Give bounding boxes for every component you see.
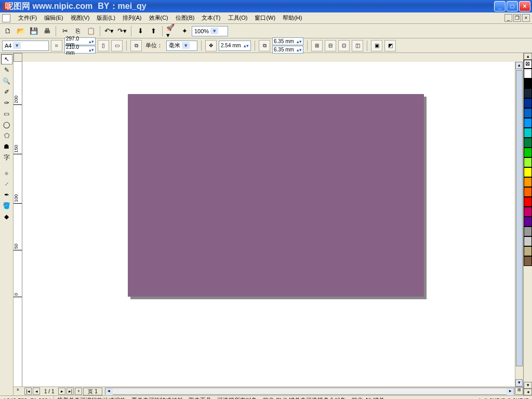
page-height-input[interactable]: 210.0 mm▴▾: [64, 46, 96, 54]
menu-效果[interactable]: 效果(C): [145, 13, 172, 23]
color-swatch[interactable]: [524, 78, 532, 88]
text-tool[interactable]: 字: [1, 152, 12, 163]
no-color-swatch[interactable]: ⊠: [524, 60, 532, 69]
color-swatch[interactable]: [524, 177, 532, 187]
menu-排列[interactable]: 排列(A): [119, 13, 145, 23]
color-swatch[interactable]: [524, 197, 532, 207]
color-swatch[interactable]: [524, 167, 532, 177]
menu-版面[interactable]: 版面(L): [93, 13, 118, 23]
print-button[interactable]: 🖶: [41, 25, 52, 37]
menu-窗口[interactable]: 窗口(W): [251, 13, 279, 23]
vertical-ruler[interactable]: 200150100500: [14, 62, 22, 387]
scroll-up-arrow[interactable]: ▴: [515, 62, 523, 69]
outline-tool[interactable]: ✒: [1, 190, 12, 200]
open-button[interactable]: 📂: [15, 25, 26, 37]
close-button[interactable]: ×: [519, 1, 530, 11]
import-button[interactable]: ⬇: [135, 25, 146, 37]
color-swatch[interactable]: [524, 236, 532, 246]
paper-combo[interactable]: A4▾: [2, 41, 49, 51]
color-swatch[interactable]: [524, 118, 532, 128]
color-swatch[interactable]: [524, 128, 532, 138]
vertical-scrollbar[interactable]: ▴ ▾: [515, 62, 523, 387]
menu-文件[interactable]: 文件(F): [15, 13, 41, 23]
palette-down-arrow[interactable]: ▾: [524, 382, 532, 389]
menu-帮助[interactable]: 帮助(H): [279, 13, 305, 23]
color-swatch[interactable]: [524, 138, 532, 148]
menu-编辑[interactable]: 编辑(E): [41, 13, 67, 23]
dup-y-input[interactable]: 6.35 mm▴▾: [272, 46, 303, 54]
minimize-button[interactable]: _: [494, 1, 506, 11]
prev-page-button[interactable]: ◂: [33, 388, 40, 395]
ellipse-tool[interactable]: ◯: [1, 119, 12, 130]
new-button[interactable]: 🗋: [2, 25, 14, 37]
redo-button[interactable]: ↷▾: [116, 25, 128, 37]
scroll-left-arrow[interactable]: ◂: [105, 388, 113, 395]
color-swatch[interactable]: [524, 98, 532, 108]
drawing-canvas[interactable]: [22, 62, 515, 387]
scroll-right-arrow[interactable]: ▸: [507, 388, 514, 395]
palette-flyout-arrow[interactable]: ◂: [524, 389, 532, 395]
menu-视图[interactable]: 视图(V): [67, 13, 94, 23]
portrait-button[interactable]: ▯: [98, 40, 109, 51]
page-tab-1[interactable]: 页 1: [83, 388, 102, 395]
pick-tool[interactable]: ↖: [1, 54, 12, 64]
rectangle-tool[interactable]: ▭: [1, 109, 12, 119]
copy-button[interactable]: ⎘: [72, 25, 84, 37]
snap-toggle-3[interactable]: ⊡: [338, 40, 350, 51]
fill-tool[interactable]: 🪣: [1, 201, 12, 211]
horizontal-scrollbar[interactable]: ◂ ▸: [105, 388, 514, 395]
eyedropper-tool[interactable]: ⟋: [1, 179, 12, 189]
nudge-input[interactable]: 2.54 mm▴▾: [219, 41, 251, 51]
color-swatch[interactable]: [524, 69, 532, 78]
basic-shapes-tool[interactable]: ☗: [1, 141, 12, 152]
dup-x-input[interactable]: 6.35 mm▴▾: [272, 37, 303, 45]
menu-位图[interactable]: 位图(B): [172, 13, 198, 23]
ruler-origin[interactable]: [14, 53, 22, 62]
color-swatch[interactable]: [524, 256, 532, 266]
zoom-tool[interactable]: 🔍: [1, 76, 12, 86]
menu-文本[interactable]: 文本(T): [198, 13, 224, 23]
interactive-fill-tool[interactable]: ◆: [1, 211, 12, 222]
shape-tool[interactable]: ✎: [1, 65, 12, 75]
unit-combo[interactable]: 毫米▾: [166, 41, 197, 51]
menu-工具[interactable]: 工具(O): [224, 13, 251, 23]
landscape-button[interactable]: ▭: [111, 40, 123, 51]
cut-button[interactable]: ✂: [59, 25, 71, 37]
color-swatch[interactable]: [524, 246, 532, 256]
option-toggle-2[interactable]: ◩: [384, 40, 396, 51]
first-page-button[interactable]: |◂: [24, 388, 32, 395]
color-swatch[interactable]: [524, 227, 532, 236]
color-swatch[interactable]: [524, 207, 532, 217]
mdi-close[interactable]: ×: [522, 14, 530, 22]
snap-toggle-4[interactable]: ◫: [352, 40, 363, 51]
zoom-combo[interactable]: 100%▾: [192, 26, 228, 36]
color-swatch[interactable]: [524, 148, 532, 157]
corel-online-button[interactable]: ✦: [179, 25, 190, 37]
pages-icon[interactable]: ⧉: [130, 40, 142, 51]
snap-toggle-1[interactable]: ⊞: [311, 40, 323, 51]
color-swatch[interactable]: [524, 157, 532, 167]
smart-draw-tool[interactable]: ✑: [1, 98, 12, 108]
mdi-minimize[interactable]: _: [504, 14, 512, 22]
color-swatch[interactable]: [524, 217, 532, 227]
color-swatch[interactable]: [524, 187, 532, 197]
mdi-restore[interactable]: ❐: [513, 14, 521, 22]
rectangle-shape[interactable]: [128, 94, 424, 297]
navigator-button[interactable]: ⊞: [515, 387, 523, 395]
paste-button[interactable]: 📋: [85, 25, 97, 37]
polygon-tool[interactable]: ⬠: [1, 130, 12, 141]
next-page-button[interactable]: ▸: [58, 388, 65, 395]
color-swatch[interactable]: [524, 88, 532, 98]
palette-up-arrow[interactable]: ▴: [524, 53, 532, 60]
vscroll-thumb[interactable]: [516, 70, 523, 366]
blend-tool[interactable]: ⟐: [1, 168, 12, 178]
maximize-button[interactable]: □: [507, 1, 518, 11]
snap-toggle-2[interactable]: ⊟: [325, 40, 336, 51]
color-swatch[interactable]: [524, 108, 532, 118]
scroll-down-arrow[interactable]: ▾: [515, 379, 523, 387]
undo-button[interactable]: ↶▾: [103, 25, 115, 37]
last-page-button[interactable]: ▸|: [66, 388, 74, 395]
freehand-tool[interactable]: ✐: [1, 87, 12, 97]
doc-system-icon[interactable]: [2, 14, 10, 22]
add-page-button[interactable]: +: [75, 388, 82, 395]
